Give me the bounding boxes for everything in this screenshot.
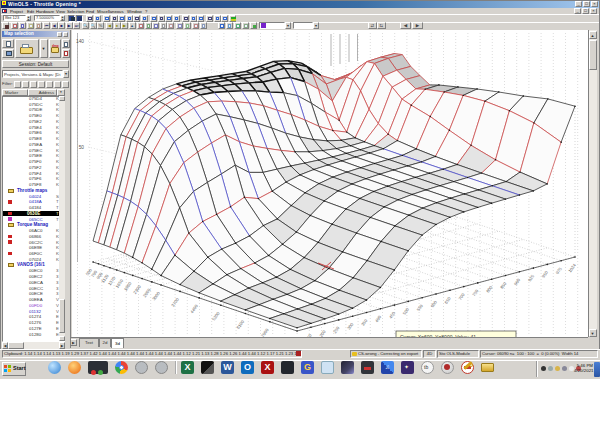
svg-text:140: 140 (76, 39, 84, 44)
svg-text:50: 50 (79, 145, 85, 150)
